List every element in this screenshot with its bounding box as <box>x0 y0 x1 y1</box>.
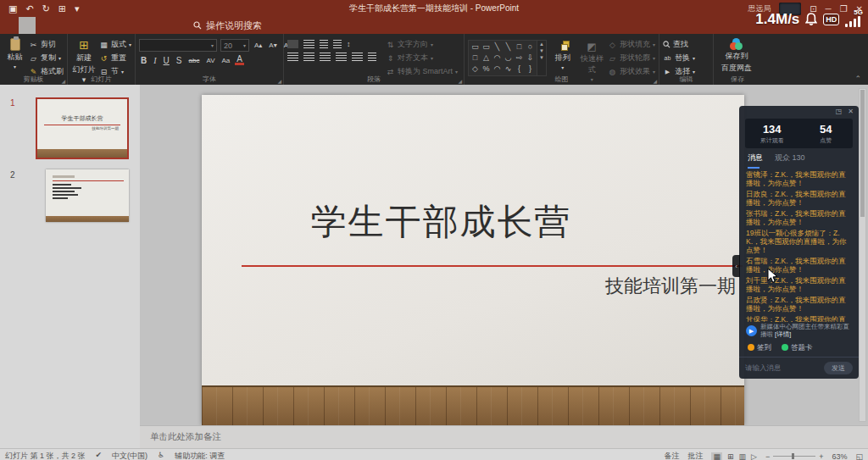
text-direction-button[interactable]: ⇅文字方向▾ <box>386 39 458 50</box>
slide-2-thumbnail[interactable] <box>46 169 129 222</box>
clipboard-dialog-launcher[interactable]: ◢ <box>61 78 65 84</box>
shape-icon[interactable]: ▭ <box>470 42 481 53</box>
chat-tab-messages[interactable]: 消息 <box>748 152 763 166</box>
shape-icon[interactable]: ◠ <box>492 64 503 75</box>
line-spacing-icon[interactable]: ↕ <box>347 40 351 48</box>
zoom-in-icon[interactable]: + <box>819 452 823 460</box>
distribute-icon[interactable] <box>352 53 363 61</box>
chat-input-field[interactable]: 请输入消息 <box>745 363 819 374</box>
bold-button[interactable]: B <box>139 56 148 65</box>
shape-icon[interactable]: ▭ <box>481 42 492 53</box>
slide-title[interactable]: 学生干部成长营 <box>202 198 681 246</box>
ribbon-tab[interactable] <box>19 17 36 34</box>
paragraph-dialog-launcher[interactable]: ◢ <box>458 78 462 84</box>
ribbon-tab[interactable] <box>120 17 137 34</box>
spellcheck-icon[interactable]: ✔ <box>96 451 103 459</box>
shape-icon[interactable]: ⇩ <box>525 53 536 64</box>
font-name-select[interactable]: ▾ <box>139 39 217 52</box>
char-spacing-button[interactable]: AV <box>204 57 216 64</box>
chat-message-list[interactable]: 雷镜泽：Z.K.，我来围观你的直播啦，为你点赞！日政良：Z.K.，我来围观你的直… <box>739 166 859 322</box>
align-right-icon[interactable] <box>320 53 331 61</box>
find-button[interactable]: 查找 <box>663 39 695 50</box>
columns-icon[interactable] <box>368 53 376 61</box>
chat-tab-audience[interactable]: 观众 130 <box>775 152 805 166</box>
gallery-more-icon[interactable]: ▼ <box>537 54 546 61</box>
cut-button[interactable]: ✂剪切 <box>29 39 64 50</box>
normal-view-icon[interactable]: ▦ <box>711 452 722 460</box>
shapes-gallery-scroll[interactable]: ▲ ▼ ▼ <box>537 40 547 76</box>
reading-view-icon[interactable]: ▥ <box>739 452 747 460</box>
replace-button[interactable]: ab替换▾ <box>663 53 695 64</box>
checkin-button[interactable]: 签到 <box>748 343 771 353</box>
text-shadow-button[interactable]: S <box>175 56 184 65</box>
ribbon-tab[interactable] <box>103 17 120 34</box>
increase-indent-icon[interactable] <box>333 40 342 48</box>
strikethrough-button[interactable]: abc <box>186 57 201 64</box>
accessibility-status[interactable]: 辅助功能: 调查 <box>175 451 225 460</box>
vertical-scrollbar[interactable] <box>859 88 866 422</box>
fit-to-window-icon[interactable]: ◱ <box>855 452 863 460</box>
shape-fill-button[interactable]: ◇形状填充▾ <box>608 39 655 50</box>
collapse-ribbon-icon[interactable]: ⌃ <box>854 75 861 83</box>
shape-outline-button[interactable]: ▱形状轮廓▾ <box>608 53 655 64</box>
save-icon[interactable]: ▣ <box>8 3 17 14</box>
align-text-button[interactable]: ⇕对齐文本▾ <box>386 53 458 64</box>
shape-icon[interactable]: ○ <box>525 42 536 53</box>
shapes-gallery[interactable]: ▭▭╲╲□○□△◠◡⇨⇩◇%◠∿{} <box>468 40 537 76</box>
shape-icon[interactable]: ╲ <box>503 42 514 53</box>
layout-button[interactable]: ▦版式▾ <box>99 39 131 50</box>
shape-icon[interactable]: ⇨ <box>514 53 525 64</box>
italic-button[interactable]: I <box>152 56 158 65</box>
send-button[interactable]: 发送 <box>824 362 853 374</box>
notes-toggle[interactable]: 备注 <box>664 451 679 460</box>
quiz-card-button[interactable]: 答题卡 <box>782 343 813 353</box>
undo-icon[interactable]: ↶ <box>25 3 33 14</box>
shape-icon[interactable]: △ <box>481 53 492 64</box>
font-color-button[interactable]: A <box>235 55 244 65</box>
shape-icon[interactable]: ◡ <box>503 53 514 64</box>
scroll-down-icon[interactable]: ▼ <box>537 47 546 54</box>
tell-me-search[interactable]: 操作说明搜索 <box>193 17 262 34</box>
paste-button[interactable]: 粘贴▾ <box>3 36 26 69</box>
shape-icon[interactable]: ◇ <box>470 64 481 75</box>
slideshow-view-icon[interactable]: ▷ <box>751 452 757 460</box>
notes-pane[interactable]: 单击此处添加备注 <box>140 425 868 448</box>
shrink-font-icon[interactable]: A▾ <box>267 42 278 49</box>
shape-icon[interactable]: ◠ <box>492 53 503 64</box>
font-dialog-launcher[interactable]: ◢ <box>277 78 281 84</box>
shape-icon[interactable]: □ <box>470 53 481 64</box>
chat-collapse-handle[interactable]: ‹ <box>732 255 740 277</box>
shape-icon[interactable]: { <box>514 64 525 75</box>
ribbon-tab[interactable] <box>86 17 103 34</box>
detail-link[interactable]: [详情] <box>775 330 791 338</box>
ribbon-tab[interactable] <box>171 17 188 34</box>
arrange-button[interactable]: 排列▾ <box>549 36 576 70</box>
chat-close-icon[interactable]: ✕ <box>848 108 854 117</box>
decrease-indent-icon[interactable] <box>320 40 328 48</box>
save-to-baidu-button[interactable]: 保存到 百度网盘 <box>717 36 756 74</box>
zoom-out-icon[interactable]: − <box>765 452 770 460</box>
bullets-icon[interactable] <box>287 40 298 48</box>
zoom-slider[interactable]: − + <box>765 452 824 460</box>
scroll-up-icon[interactable]: ▲ <box>537 41 546 47</box>
font-size-select[interactable]: 20▾ <box>220 39 249 52</box>
shape-icon[interactable]: } <box>525 64 536 75</box>
redo-icon[interactable]: ↻ <box>42 3 50 14</box>
ribbon-tab[interactable] <box>137 17 154 34</box>
scrollbar-thumb[interactable] <box>860 90 865 217</box>
reset-button[interactable]: ↺重置 <box>99 53 131 64</box>
slide-1-thumbnail[interactable]: 学生干部成长营 技能培训第一期 <box>36 97 129 159</box>
grow-font-icon[interactable]: A▴ <box>253 42 264 49</box>
comments-toggle[interactable]: 批注 <box>687 451 703 460</box>
drawing-dialog-launcher[interactable]: ◢ <box>653 78 657 84</box>
change-case-button[interactable]: Aa <box>220 57 231 64</box>
shape-icon[interactable]: ╲ <box>492 42 503 53</box>
ribbon-tab[interactable] <box>154 17 171 34</box>
copy-button[interactable]: ▱复制▾ <box>29 53 64 64</box>
align-center-icon[interactable] <box>303 53 314 61</box>
start-slideshow-icon[interactable]: ⊞ <box>58 3 66 14</box>
zoom-slider-thumb[interactable] <box>792 453 794 459</box>
align-left-icon[interactable] <box>287 53 298 61</box>
numbering-icon[interactable] <box>303 40 314 48</box>
language-indicator[interactable]: 中文(中国) <box>112 451 147 460</box>
